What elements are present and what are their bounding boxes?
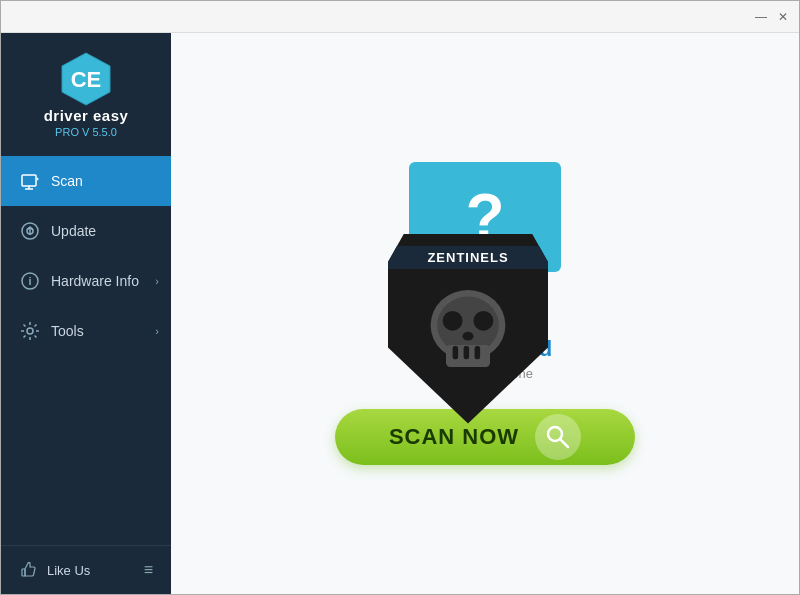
update-icon <box>19 220 41 242</box>
svg-point-9 <box>27 328 33 334</box>
title-bar: — ✕ <box>1 1 799 33</box>
hamburger-icon[interactable]: ≡ <box>144 561 153 579</box>
tools-chevron: › <box>155 325 159 337</box>
app-logo-icon: CE <box>58 51 114 107</box>
svg-point-15 <box>443 310 463 330</box>
main-layout: CE driver easy PRO V 5.5.0 <box>1 33 799 594</box>
main-content: ? Not Checked Last Scan: None SCAN NOW <box>171 33 799 594</box>
update-label: Update <box>51 223 96 239</box>
app-version: PRO V 5.5.0 <box>55 126 117 138</box>
svg-rect-19 <box>453 346 459 359</box>
skull-icon <box>413 279 523 389</box>
sidebar-logo: CE driver easy PRO V 5.5.0 <box>1 33 171 148</box>
zentinels-badge: ZENTINELS <box>383 234 553 434</box>
sidebar-item-scan[interactable]: Scan <box>1 156 171 206</box>
close-button[interactable]: ✕ <box>775 9 791 25</box>
badge-shield: ZENTINELS <box>388 234 548 424</box>
sidebar-item-hardware-info[interactable]: i Hardware Info › <box>1 256 171 306</box>
zentinels-overlay: ZENTINELS <box>383 234 553 434</box>
sidebar-bottom: Like Us ≡ <box>1 545 171 594</box>
thumbs-up-icon <box>19 560 39 580</box>
hardware-info-label: Hardware Info <box>51 273 139 289</box>
svg-rect-2 <box>22 175 36 186</box>
svg-rect-20 <box>464 346 470 359</box>
app-name: driver easy <box>44 107 129 124</box>
svg-line-12 <box>561 440 569 448</box>
tools-label: Tools <box>51 323 84 339</box>
svg-text:i: i <box>28 275 31 287</box>
sidebar: CE driver easy PRO V 5.5.0 <box>1 33 171 594</box>
sidebar-item-update[interactable]: Update <box>1 206 171 256</box>
tools-icon <box>19 320 41 342</box>
like-us-button[interactable]: Like Us <box>19 560 90 580</box>
svg-point-17 <box>463 331 474 340</box>
hardware-info-chevron: › <box>155 275 159 287</box>
svg-point-16 <box>474 310 494 330</box>
app-window: — ✕ CE driver easy PRO V 5.5.0 <box>0 0 800 595</box>
svg-rect-21 <box>475 346 481 359</box>
svg-text:CE: CE <box>71 67 102 92</box>
minimize-button[interactable]: — <box>753 9 769 25</box>
scan-label: Scan <box>51 173 83 189</box>
svg-rect-10 <box>22 569 25 576</box>
badge-title: ZENTINELS <box>388 246 548 269</box>
scan-icon <box>19 170 41 192</box>
sidebar-item-tools[interactable]: Tools › <box>1 306 171 356</box>
sidebar-nav: Scan Update <box>1 156 171 545</box>
hardware-info-icon: i <box>19 270 41 292</box>
like-us-label: Like Us <box>47 563 90 578</box>
